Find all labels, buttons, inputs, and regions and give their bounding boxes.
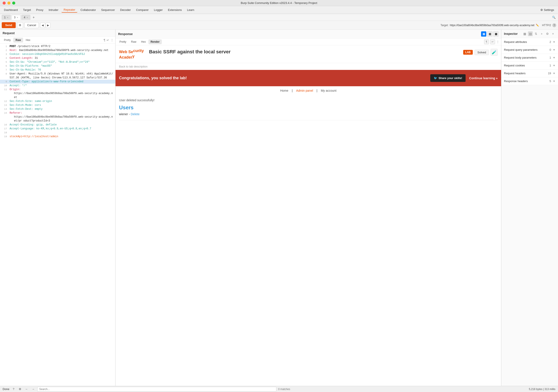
close-button[interactable]: [3, 1, 6, 5]
lab-status-area: LAB Solved 🧪: [463, 49, 498, 56]
menu-item-proxy[interactable]: Proxy: [34, 7, 45, 12]
code-line-7: 7 Sec-Ch-Ua-Mobile: ?0: [0, 68, 115, 72]
inspector-request-headers[interactable]: Request headers 19 ▼: [501, 69, 558, 77]
nav-account-link[interactable]: My account: [321, 89, 337, 92]
response-panel: Response ▤ ▥ ▦ Pretty Raw Hex Render ¶ ↵…: [115, 30, 501, 386]
continue-learning-button[interactable]: Continue learning »: [469, 77, 498, 80]
inspector-request-query-params[interactable]: Request query parameters 0 ▼: [501, 46, 558, 54]
gear-icon: ⚙: [19, 24, 21, 27]
response-tab-pretty[interactable]: Pretty: [117, 39, 128, 44]
bottom-settings-icon[interactable]: ⚙: [18, 387, 22, 392]
tab-hex[interactable]: Hex: [24, 38, 33, 43]
response-title: Response: [118, 32, 133, 36]
request-code-editor[interactable]: 1 POST /product/stock HTTP/2 2 Host: 0ae…: [0, 43, 115, 386]
request-settings-button[interactable]: ⚙: [17, 22, 23, 28]
cancel-button[interactable]: Cancel: [24, 22, 39, 28]
tab-3-close[interactable]: ×: [17, 16, 18, 19]
minimize-button[interactable]: [7, 1, 10, 5]
bottom-bar: Done ? ⚙ ← → 0 matches 5,218 bytes | 313…: [0, 386, 558, 392]
request-query-params-chevron: ▼: [553, 48, 555, 51]
nav-next-button[interactable]: ▶: [45, 23, 51, 28]
lab-badge: LAB: [463, 50, 473, 55]
layout-icon-3[interactable]: ▦: [493, 31, 498, 37]
tab-raw[interactable]: Raw: [13, 38, 23, 43]
menu-item-target[interactable]: Target: [21, 7, 33, 12]
nav-admin-link[interactable]: Admin panel: [296, 89, 313, 92]
nav-sep-2: |: [316, 89, 317, 92]
inspector-icon-settings[interactable]: ⚙: [545, 31, 550, 36]
menu-item-comparer[interactable]: Comparer: [134, 7, 151, 12]
response-tab-render[interactable]: Render: [148, 39, 162, 44]
inspector-icon-list[interactable]: ▤: [528, 31, 533, 36]
response-tab-hex[interactable]: Hex: [139, 39, 148, 44]
send-button[interactable]: Send: [2, 22, 16, 28]
bottom-forward-icon[interactable]: →: [31, 387, 35, 392]
inspector-icon-sort[interactable]: ⇅: [534, 31, 538, 36]
more-options-icon[interactable]: ⋮: [111, 38, 113, 42]
request-query-params-label: Request query parameters: [504, 48, 549, 51]
tab-4[interactable]: 4 ×: [21, 15, 30, 20]
code-line-9: 9 Content-Type: application/x-www-form-u…: [0, 80, 115, 84]
code-line-18: 18: [0, 131, 115, 135]
menu-item-sequencer[interactable]: Sequencer: [99, 7, 117, 12]
inspector-icon-plus[interactable]: +: [539, 31, 544, 36]
inspector-close-button[interactable]: ×: [551, 31, 555, 36]
flask-icon: 🧪: [491, 49, 498, 56]
menu-item-decoder[interactable]: Decoder: [118, 7, 133, 12]
tab-1-label: 1: [4, 16, 6, 19]
response-icon-1[interactable]: ¶: [484, 39, 489, 44]
delete-link[interactable]: Delete: [131, 112, 140, 116]
solved-badge: Solved: [474, 50, 489, 55]
back-link[interactable]: Back to lab description: [115, 63, 501, 70]
response-panel-tabs: Pretty Raw Hex Render ¶ ↵ ⋮: [115, 39, 501, 45]
target-url: https://0ae100a804bc8be9859b0aa700a500f8…: [450, 24, 534, 27]
tab-pretty[interactable]: Pretty: [2, 38, 13, 43]
edit-target-icon[interactable]: ✏️: [536, 24, 539, 27]
search-input[interactable]: [37, 387, 276, 392]
maximize-button[interactable]: [12, 1, 15, 5]
status-info: 5,218 bytes | 313 millis: [529, 388, 555, 391]
nav-prev-button[interactable]: ◀: [40, 23, 45, 28]
line-break-icon[interactable]: ↵: [107, 38, 109, 42]
nav-home-link[interactable]: Home: [280, 89, 288, 92]
response-tab-raw[interactable]: Raw: [129, 39, 139, 44]
tab-1-close[interactable]: ×: [7, 16, 8, 19]
code-line-15: 15 Referer:: [0, 111, 115, 115]
menu-item-repeater[interactable]: Repeater: [61, 7, 77, 13]
tab-search-button[interactable]: 🔍: [551, 15, 556, 20]
tab-3[interactable]: 3 ×: [12, 15, 20, 20]
layout-icon-1[interactable]: ▤: [481, 31, 486, 37]
settings-label: Settings: [544, 8, 554, 12]
tab-4-close[interactable]: ×: [26, 16, 28, 19]
code-line-13: 13 Sec-Fetch-Mode: cors: [0, 103, 115, 107]
menu-item-logger[interactable]: Logger: [152, 7, 165, 12]
menu-item-collaborator[interactable]: Collaborator: [78, 7, 98, 12]
target-info: Target: https://0ae100a804bc8be9859b0aa7…: [441, 24, 539, 27]
menu-item-dashboard[interactable]: Dashboard: [2, 7, 20, 12]
render-area: Web Security Acadery Basic SSRF against …: [115, 45, 501, 386]
bottom-back-icon[interactable]: ←: [24, 387, 29, 392]
inspector-response-headers[interactable]: Response headers 5 ▼: [501, 77, 558, 85]
layout-icon-2[interactable]: ▥: [487, 31, 492, 37]
menu-item-extensions[interactable]: Extensions: [166, 7, 184, 12]
text-wrap-icon[interactable]: ¶: [104, 38, 105, 42]
tab-add-button[interactable]: +: [31, 15, 36, 20]
inspector-request-attributes[interactable]: Request attributes 2 ▼: [501, 38, 558, 46]
menu-item-learn[interactable]: Learn: [185, 7, 196, 12]
inspector-title: Inspector: [504, 32, 521, 35]
tab-1[interactable]: 1 ×: [2, 15, 11, 20]
http-version: HTTP/2: [542, 24, 551, 27]
inspector-icon-grid[interactable]: ▦: [522, 31, 527, 36]
settings-button[interactable]: ⚙ Settings: [538, 7, 556, 12]
inspector-request-body-params[interactable]: Request body parameters 1 ▼: [501, 54, 558, 62]
response-more-icon[interactable]: ⋮: [496, 40, 499, 43]
request-headers-label: Request headers: [504, 72, 548, 75]
response-icon-2[interactable]: ↵: [490, 39, 495, 44]
inspector-request-cookies[interactable]: Request cookies 1 ▼: [501, 62, 558, 69]
bottom-help-icon[interactable]: ?: [11, 387, 16, 392]
request-headers-count: 19: [548, 72, 551, 75]
menu-item-intruder[interactable]: Intruder: [46, 7, 61, 12]
help-button[interactable]: ?: [552, 23, 556, 27]
continue-label: Continue learning »: [469, 77, 498, 80]
share-button[interactable]: 🐦 Share your skills!: [430, 74, 466, 82]
